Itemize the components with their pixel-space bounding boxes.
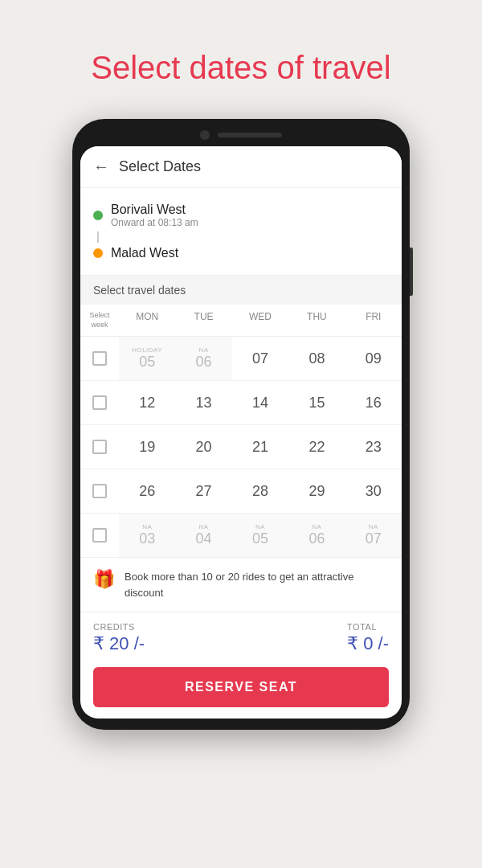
calendar-day-cell[interactable]: 28 xyxy=(232,469,288,513)
week-checkbox[interactable] xyxy=(92,351,107,366)
discount-section: 🎁 Book more than 10 or 20 rides to get a… xyxy=(80,558,402,612)
week-checkbox-cell xyxy=(80,514,119,557)
calendar-day-cell: NA07 xyxy=(345,514,402,557)
calendar-rows: HOLIDAY05NA06070809121314151619202122232… xyxy=(80,337,402,558)
calendar-day-cell[interactable]: 13 xyxy=(175,381,231,424)
total-section: TOTAL ₹ 0 /- xyxy=(347,622,389,654)
calendar-day-cell[interactable]: 26 xyxy=(119,469,175,513)
week-checkbox-cell xyxy=(80,381,119,424)
calendar-day-cell[interactable]: 21 xyxy=(232,425,288,469)
calendar-day-cell[interactable]: 29 xyxy=(288,469,345,513)
calendar-day-cell[interactable]: 23 xyxy=(345,425,402,469)
calendar-day-cell: NA06 xyxy=(175,337,231,380)
col-header-wed: WED xyxy=(232,305,288,336)
phone-mockup: ← Select Dates Borivali West Onward at 0… xyxy=(72,119,410,730)
calendar-day-cell[interactable]: 14 xyxy=(232,381,288,424)
calendar-day-cell: NA06 xyxy=(288,514,345,557)
calendar-day-cell[interactable]: 20 xyxy=(175,425,231,469)
calendar-day-cell[interactable]: 16 xyxy=(345,381,402,424)
credits-amount: ₹ 20 /- xyxy=(93,633,145,654)
calendar-day-cell: NA05 xyxy=(232,514,288,557)
col-header-fri: FRI xyxy=(345,305,402,336)
calendar-week-row: 2627282930 xyxy=(80,469,402,514)
select-week-label: Select week xyxy=(80,305,119,336)
col-header-thu: THU xyxy=(288,305,345,336)
calendar-day-cell[interactable]: 19 xyxy=(119,425,175,469)
calendar-day-cell[interactable]: 07 xyxy=(232,337,288,380)
front-camera xyxy=(200,130,210,140)
phone-screen: ← Select Dates Borivali West Onward at 0… xyxy=(80,146,402,719)
total-amount: ₹ 0 /- xyxy=(347,633,389,654)
calendar-day-cell[interactable]: 08 xyxy=(288,337,345,380)
calendar-day-cell[interactable]: 27 xyxy=(175,469,231,513)
calendar-week-row: HOLIDAY05NA06070809 xyxy=(80,337,402,381)
billing-row: CREDITS ₹ 20 /- TOTAL ₹ 0 /- xyxy=(80,612,402,661)
page-title: Select dates of travel xyxy=(67,48,415,87)
phone-notch xyxy=(80,130,402,140)
gift-icon: 🎁 xyxy=(93,569,115,590)
reserve-seat-button[interactable]: RESERVE SEAT xyxy=(93,667,389,707)
week-checkbox-cell xyxy=(80,337,119,380)
calendar-week-row: NA03NA04NA05NA06NA07 xyxy=(80,514,402,558)
origin-name: Borivali West xyxy=(111,203,198,217)
origin-time: Onward at 08:13 am xyxy=(111,217,198,228)
calendar-day-cell: NA03 xyxy=(119,514,175,557)
route-line xyxy=(97,231,99,243)
destination-route-item: Malad West xyxy=(93,246,389,260)
week-checkbox[interactable] xyxy=(92,528,107,542)
side-button xyxy=(410,248,413,296)
week-checkbox[interactable] xyxy=(92,440,107,454)
destination-dot xyxy=(93,248,103,258)
calendar-section-header: Select travel dates xyxy=(80,276,402,305)
calendar-day-cell[interactable]: 30 xyxy=(345,469,402,513)
week-checkbox[interactable] xyxy=(92,395,107,410)
calendar-week-row: 1213141516 xyxy=(80,381,402,425)
discount-text: Book more than 10 or 20 rides to get an … xyxy=(125,569,389,600)
screen-title: Select Dates xyxy=(119,158,201,175)
calendar-week-row: 1920212223 xyxy=(80,425,402,469)
calendar-grid: Select week MON TUE WED THU FRI HOLIDAY0… xyxy=(80,305,402,558)
calendar-day-cell[interactable]: 12 xyxy=(119,381,175,424)
route-section: Borivali West Onward at 08:13 am Malad W… xyxy=(80,188,402,276)
origin-dot xyxy=(93,211,103,220)
calendar-day-cell[interactable]: 15 xyxy=(288,381,345,424)
credits-section: CREDITS ₹ 20 /- xyxy=(93,622,145,654)
speaker xyxy=(218,133,282,137)
col-header-mon: MON xyxy=(119,305,175,336)
calendar-day-cell[interactable]: 09 xyxy=(345,337,402,380)
calendar-day-cell[interactable]: 22 xyxy=(288,425,345,469)
back-button[interactable]: ← xyxy=(93,158,109,176)
destination-name: Malad West xyxy=(111,246,178,260)
top-bar: ← Select Dates xyxy=(80,146,402,188)
origin-route-item: Borivali West Onward at 08:13 am xyxy=(93,203,389,228)
week-checkbox-cell xyxy=(80,425,119,469)
calendar-header-row: Select week MON TUE WED THU FRI xyxy=(80,305,402,337)
calendar-day-cell: NA04 xyxy=(175,514,231,557)
total-label: TOTAL xyxy=(347,622,389,632)
col-header-tue: TUE xyxy=(175,305,231,336)
credits-label: CREDITS xyxy=(93,622,145,632)
week-checkbox[interactable] xyxy=(92,484,107,498)
week-checkbox-cell xyxy=(80,469,119,513)
calendar-day-cell: HOLIDAY05 xyxy=(119,337,175,380)
